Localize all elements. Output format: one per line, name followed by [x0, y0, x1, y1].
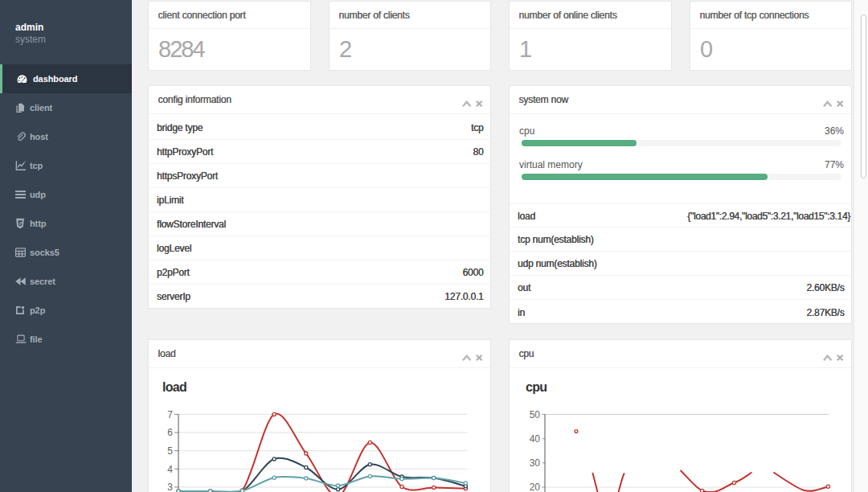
svg-text:20: 20	[530, 482, 541, 492]
svg-text:40: 40	[530, 433, 541, 445]
svg-text:30: 30	[530, 457, 541, 469]
svg-text:3: 3	[167, 482, 173, 492]
svg-text:4: 4	[167, 464, 173, 475]
svg-text:7: 7	[167, 409, 173, 420]
svg-text:50: 50	[530, 409, 541, 420]
svg-text:6: 6	[167, 427, 173, 438]
svg-text:5: 5	[167, 445, 173, 457]
